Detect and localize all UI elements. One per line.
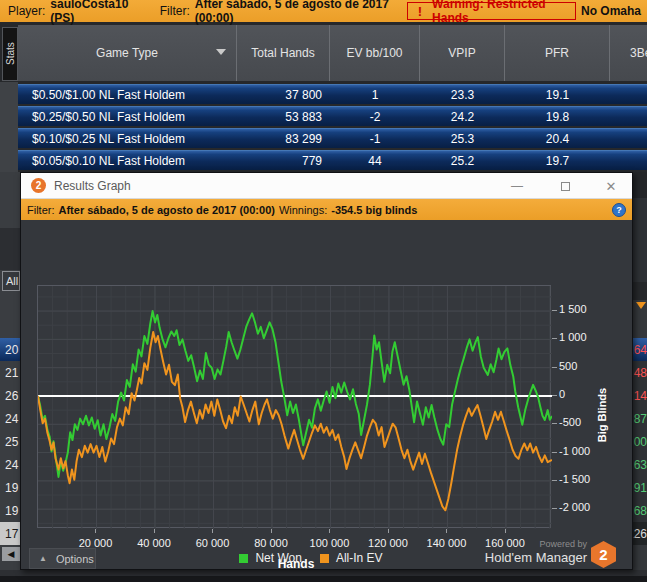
net-won-swatch bbox=[239, 554, 248, 563]
y-tick-label: 1 500 bbox=[559, 303, 611, 317]
x-tick-mark bbox=[154, 529, 155, 533]
legend-all-in-ev: All-In EV bbox=[336, 551, 383, 565]
x-tick-mark bbox=[505, 529, 506, 533]
chevron-down-icon[interactable] bbox=[216, 49, 226, 55]
filter-value: After sábado, 5 de agosto de 2017 (00:00… bbox=[195, 0, 402, 25]
graph-filter-bar: Filter: After sábado, 5 de agosto de 201… bbox=[21, 199, 632, 220]
x-tick-label: 40 000 bbox=[124, 537, 184, 549]
background-cell: 25 bbox=[0, 430, 20, 453]
help-icon[interactable]: ? bbox=[612, 203, 626, 217]
window-title: Results Graph bbox=[54, 179, 131, 193]
application-window: Player: sauloCosta10 (PS) Filter: After … bbox=[0, 0, 647, 582]
winnings-value: -354.5 big blinds bbox=[331, 204, 417, 216]
table-header: Game Type Total Hands EV bb/100 VPIP PFR… bbox=[18, 25, 647, 81]
results-graph-window: 2 Results Graph — ✕ Filter: After sábado… bbox=[20, 172, 633, 570]
background-cell: 7.63 bbox=[633, 453, 647, 476]
plot-area bbox=[37, 285, 551, 528]
restricted-hands-warning: ! Warning: Restricted Hands bbox=[407, 2, 576, 20]
graph-filter-value: After sábado, 5 de agosto de 2017 (00:00… bbox=[59, 204, 275, 216]
tab-stats[interactable]: Stats bbox=[2, 27, 18, 81]
warning-icon: ! bbox=[418, 4, 422, 19]
y-tick-mark bbox=[552, 367, 557, 368]
x-tick-label: 60 000 bbox=[182, 537, 242, 549]
brand-text: Hold'em Manager bbox=[401, 550, 587, 565]
player-value: sauloCosta10 (PS) bbox=[50, 0, 142, 25]
column-header-ev-bb100[interactable]: EV bb/100 bbox=[330, 25, 420, 81]
no-omaha-label: No Omaha bbox=[581, 4, 643, 18]
y-tick-mark bbox=[552, 423, 557, 424]
background-cell: 5.91 bbox=[633, 476, 647, 499]
background-panel bbox=[633, 172, 647, 198]
left-gutter bbox=[0, 82, 18, 172]
y-tick-label: -500 bbox=[559, 416, 611, 430]
all-in-ev-swatch bbox=[320, 554, 329, 563]
column-header-3bet[interactable]: 3Be bbox=[610, 25, 647, 81]
background-cell: 19 bbox=[0, 476, 20, 499]
background-cell: 20 bbox=[0, 338, 20, 361]
background-cell: 4.48 bbox=[633, 361, 647, 384]
x-tick-label: 100 000 bbox=[299, 537, 359, 549]
filter-label: Filter: bbox=[160, 4, 190, 18]
x-tick-label: 80 000 bbox=[241, 537, 301, 549]
y-tick-mark bbox=[552, 310, 557, 311]
background-cell: 0.64 bbox=[633, 338, 647, 361]
column-header-pfr[interactable]: PFR bbox=[505, 25, 610, 81]
results-chart: Big Blinds Hands 1 5001 0005000-500-1 00… bbox=[21, 220, 632, 569]
x-tick-mark bbox=[271, 529, 272, 533]
x-tick-mark bbox=[95, 529, 96, 533]
powered-by-branding: Powered by Hold'em Manager bbox=[401, 539, 587, 565]
player-label: Player: bbox=[8, 4, 45, 18]
warning-text: Warning: Restricted Hands bbox=[432, 0, 565, 25]
background-cell: 17 bbox=[0, 522, 20, 545]
background-cell: 24 bbox=[0, 453, 20, 476]
sort-arrow-icon bbox=[636, 302, 646, 309]
x-tick-mark bbox=[388, 529, 389, 533]
y-tick-label: 0 bbox=[559, 388, 611, 402]
table-row[interactable]: $0.50/$1.00 NL Fast Holdem 37 800 1 23.3… bbox=[18, 84, 647, 104]
top-filter-bar: Player: sauloCosta10 (PS) Filter: After … bbox=[0, 0, 647, 22]
graph-filter-label: Filter: bbox=[27, 204, 55, 216]
y-tick-label: -2 000 bbox=[559, 501, 611, 515]
scroll-left-arrow[interactable]: ◀ bbox=[2, 547, 20, 561]
game-type-table: $0.50/$1.00 NL Fast Holdem 37 800 1 23.3… bbox=[18, 84, 647, 172]
column-header-total-hands[interactable]: Total Hands bbox=[237, 25, 330, 81]
maximize-button[interactable] bbox=[551, 177, 579, 195]
background-cell: 21 bbox=[0, 361, 20, 384]
background-window-right-edge: 0.64 4.48 3.14 0.87 9.00 7.63 5.91 5.68 … bbox=[633, 172, 647, 570]
column-header-game-type[interactable]: Game Type bbox=[18, 25, 237, 81]
y-tick-mark bbox=[552, 508, 557, 509]
chart-legend: Net Won All-In EV bbox=[201, 549, 421, 567]
table-row[interactable]: $0.10/$0.25 NL Fast Holdem 83 299 -1 25.… bbox=[18, 128, 647, 148]
x-tick-mark bbox=[212, 529, 213, 533]
legend-net-won: Net Won bbox=[255, 551, 301, 565]
background-cell: 24 bbox=[0, 407, 20, 430]
y-tick-label: -1 500 bbox=[559, 473, 611, 487]
y-tick-label: -1 000 bbox=[559, 445, 611, 459]
minimize-button[interactable]: — bbox=[503, 177, 531, 195]
caret-up-icon: ▲ bbox=[39, 554, 47, 563]
y-tick-mark bbox=[552, 395, 557, 396]
all-filter-dropdown[interactable]: All bbox=[2, 271, 20, 291]
bottom-status-strip bbox=[0, 570, 647, 582]
x-tick-mark bbox=[329, 529, 330, 533]
y-tick-label: 1 000 bbox=[559, 331, 611, 345]
y-tick-mark bbox=[552, 452, 557, 453]
hm2-app-icon: 2 bbox=[31, 178, 46, 193]
y-tick-mark bbox=[552, 338, 557, 339]
bottom-dark-bar bbox=[0, 576, 647, 582]
background-cell: 5.68 bbox=[633, 499, 647, 522]
x-tick-mark bbox=[446, 529, 447, 533]
background-cell: 26 bbox=[0, 384, 20, 407]
options-button[interactable]: ▲ Options bbox=[29, 548, 96, 569]
background-panel bbox=[633, 198, 647, 282]
close-button[interactable]: ✕ bbox=[597, 177, 625, 195]
background-panel bbox=[633, 282, 647, 300]
maximize-icon bbox=[561, 182, 570, 191]
table-row[interactable]: $0.05/$0.10 NL Fast Holdem 779 44 25.2 1… bbox=[18, 150, 647, 170]
background-cell: 19 bbox=[0, 499, 20, 522]
background-cell: 3.14 bbox=[633, 384, 647, 407]
window-title-bar[interactable]: 2 Results Graph bbox=[21, 173, 632, 199]
background-cell: 126 bbox=[633, 522, 647, 545]
column-header-vpip[interactable]: VPIP bbox=[420, 25, 505, 81]
table-row[interactable]: $0.25/$0.50 NL Fast Holdem 53 883 -2 24.… bbox=[18, 106, 647, 126]
